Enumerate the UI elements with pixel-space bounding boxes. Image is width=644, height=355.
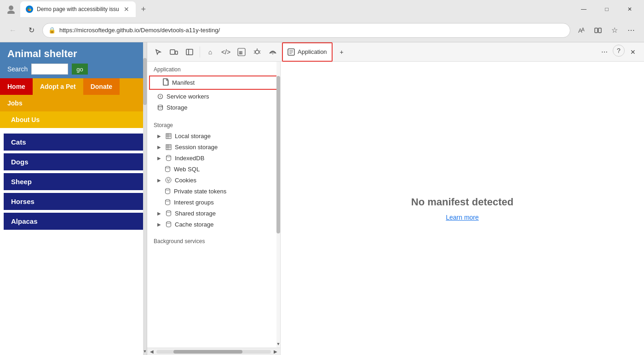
add-tab-btn[interactable]: + — [334, 45, 349, 59]
storage-icon — [156, 104, 164, 111]
cache-storage-icon — [165, 221, 172, 228]
nav-adopt[interactable]: Adopt a Pet — [33, 78, 83, 95]
minimize-button[interactable]: — — [573, 2, 594, 17]
learn-more-link[interactable]: Learn more — [446, 214, 479, 221]
sidebar-item-storage[interactable]: Storage — [147, 102, 280, 113]
sidebar-scroll-down-indicator[interactable]: ▼ — [276, 340, 280, 348]
animal-sheep[interactable]: Sheep — [4, 173, 143, 190]
svg-point-42 — [169, 179, 170, 180]
devtools-content: Application Manifest — [147, 62, 644, 355]
interest-groups-icon — [164, 198, 171, 206]
tab-close-btn[interactable]: ✕ — [123, 5, 130, 14]
devtools-sidebar: Application Manifest — [147, 62, 281, 355]
indexeddb-expand[interactable]: ▶ — [156, 155, 162, 161]
home-btn[interactable]: ⌂ — [203, 45, 218, 59]
svg-point-0 — [9, 6, 13, 10]
sidebar-toggle-btn[interactable] — [182, 45, 197, 59]
scroll-left-btn[interactable]: ◀ — [148, 349, 155, 354]
back-button[interactable]: ← — [6, 23, 20, 38]
help-btn[interactable]: ? — [613, 45, 625, 57]
search-go-button[interactable]: go — [72, 64, 87, 75]
application-tab[interactable]: Application — [282, 42, 333, 62]
webpage-scrollbar[interactable]: ▼ — [143, 42, 147, 355]
sidebar-vscroll-thumb[interactable] — [276, 76, 280, 233]
svg-point-47 — [166, 221, 171, 223]
session-storage-icon — [165, 143, 172, 151]
sidebar-item-local-storage[interactable]: ▶ Local storage — [147, 130, 280, 141]
local-storage-icon — [165, 132, 172, 140]
sidebar-item-indexeddb[interactable]: ▶ IndexedDB — [147, 152, 280, 163]
session-storage-label: Session storage — [175, 144, 218, 151]
more-btn[interactable]: ⋯ — [624, 23, 638, 38]
console-btn[interactable]: ▦ — [234, 45, 249, 59]
sidebar-item-manifest[interactable]: Manifest — [149, 76, 278, 90]
manifest-icon — [163, 78, 169, 87]
webpage-header: Animal shelter Search go — [0, 42, 147, 78]
sidebar-scroll-area[interactable]: Application Manifest — [147, 62, 280, 348]
svg-point-40 — [166, 177, 171, 183]
sidebar-item-cache-storage[interactable]: ▶ Cache storage — [147, 219, 280, 230]
network-btn[interactable] — [265, 45, 280, 59]
cache-storage-expand[interactable]: ▶ — [156, 221, 162, 227]
sidebar-item-session-storage[interactable]: ▶ Session storage — [147, 141, 280, 152]
nav-about[interactable]: About Us — [0, 111, 147, 128]
local-storage-expand[interactable]: ▶ — [156, 133, 162, 139]
device-toggle-btn[interactable] — [167, 45, 181, 59]
hscroll-track[interactable] — [156, 350, 271, 354]
debug-btn[interactable] — [250, 45, 264, 59]
shared-storage-expand[interactable]: ▶ — [156, 210, 162, 216]
sidebar-item-private-state-tokens[interactable]: Private state tokens — [147, 186, 280, 197]
nav-home[interactable]: Home — [0, 78, 33, 95]
animal-cats[interactable]: Cats — [4, 134, 143, 151]
immersive-reader-btn[interactable] — [591, 23, 605, 38]
read-aloud-btn[interactable]: AA — [574, 23, 589, 38]
close-button[interactable]: ✕ — [619, 2, 640, 17]
storage-section-title: Storage — [147, 117, 280, 130]
lock-icon: 🔒 — [48, 27, 56, 34]
animal-horses[interactable]: Horses — [4, 193, 143, 210]
nav-donate[interactable]: Donate — [83, 78, 120, 95]
hscroll-thumb[interactable] — [173, 350, 242, 354]
interest-groups-label: Interest groups — [174, 199, 214, 206]
sidebar-item-shared-storage[interactable]: ▶ Shared storage — [147, 208, 280, 219]
sidebar-vscrollbar[interactable]: ▼ — [276, 62, 280, 348]
scroll-right-btn[interactable]: ▶ — [272, 349, 279, 354]
webpage-title: Animal shelter — [7, 48, 139, 60]
title-bar: Demo page with accessibility issu ✕ + — … — [0, 0, 644, 18]
webpage-scroll-thumb[interactable] — [143, 58, 147, 105]
session-storage-expand[interactable]: ▶ — [156, 144, 162, 150]
svg-point-41 — [167, 179, 168, 180]
active-tab[interactable]: Demo page with accessibility issu ✕ — [20, 1, 136, 17]
local-storage-label: Local storage — [175, 133, 211, 140]
svg-rect-6 — [598, 28, 601, 33]
animal-dogs[interactable]: Dogs — [4, 153, 143, 170]
more-options-btn[interactable]: ⋯ — [597, 45, 612, 59]
shared-storage-icon — [165, 210, 172, 217]
cookies-expand[interactable]: ▶ — [156, 177, 162, 183]
search-input[interactable] — [31, 64, 68, 75]
private-state-tokens-label: Private state tokens — [174, 188, 226, 195]
animal-alpacas[interactable]: Alpacas — [4, 213, 143, 230]
sidebar-bottom-scrollbar[interactable]: ◀ ▶ — [147, 348, 280, 355]
favorites-btn[interactable]: ☆ — [607, 23, 622, 38]
toolbar-divider — [200, 47, 200, 58]
maximize-button[interactable]: □ — [596, 2, 617, 17]
webpage-scroll-down[interactable]: ▼ — [143, 348, 147, 355]
devtools-close-btn[interactable]: ✕ — [626, 45, 640, 59]
sidebar-item-interest-groups[interactable]: Interest groups — [147, 197, 280, 208]
elements-btn[interactable]: </> — [218, 45, 233, 59]
refresh-button[interactable]: ↻ — [24, 23, 39, 38]
shared-storage-label: Shared storage — [175, 210, 216, 217]
websql-icon — [164, 165, 171, 173]
inspect-element-btn[interactable] — [151, 45, 166, 59]
sidebar-item-service-workers[interactable]: Service workers — [147, 91, 280, 102]
svg-rect-9 — [186, 49, 193, 55]
sidebar-item-websql[interactable]: Web SQL — [147, 163, 280, 175]
address-bar: ← ↻ 🔒 https://microsoftedge.github.io/De… — [0, 18, 644, 42]
new-tab-button[interactable]: + — [136, 1, 151, 17]
sidebar-item-cookies[interactable]: ▶ Cookies — [147, 175, 280, 186]
profile-icon[interactable] — [4, 2, 18, 17]
svg-rect-5 — [595, 28, 598, 33]
url-bar[interactable]: 🔒 https://microsoftedge.github.io/Demos/… — [42, 23, 570, 38]
no-manifest-text: No manifest detected — [411, 196, 514, 208]
